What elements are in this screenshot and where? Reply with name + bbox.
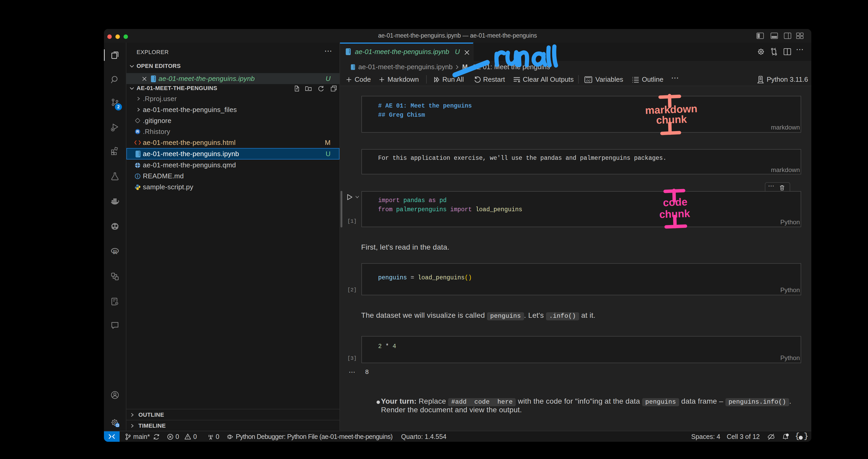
svg-text:(x): (x)	[587, 78, 590, 82]
svg-text:R: R	[113, 249, 118, 255]
svg-text:R: R	[136, 129, 139, 134]
